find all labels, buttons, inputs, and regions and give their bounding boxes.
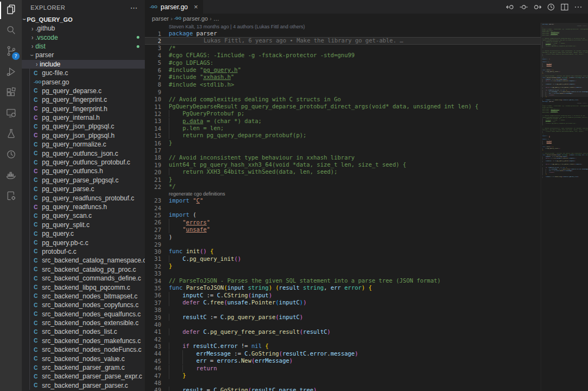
code-line-46[interactable]: 46return: [145, 365, 541, 372]
tree-item-pg-query-parse.c[interactable]: Cpg_query_parse.c: [22, 185, 145, 193]
tree-item-include[interactable]: ›include: [22, 60, 145, 69]
tree-item-src-backend-parser-gram.c[interactable]: Csrc_backend_parser_gram.c: [22, 363, 145, 372]
activity-bar-remote-explorer[interactable]: [0, 103, 22, 124]
activity-bar-testing[interactable]: [0, 124, 22, 145]
code-line-5[interactable]: 5#cgo LDFLAGS:: [145, 59, 541, 66]
activity-bar-extensions[interactable]: [0, 83, 22, 103]
code-line-40[interactable]: 40: [145, 321, 541, 328]
code-line-13[interactable]: 13p.data = (char *) data;: [145, 118, 541, 125]
code-line-43[interactable]: 43if resultC.error != nil {: [145, 343, 541, 350]
code-line-14[interactable]: 14p.len = len;: [145, 125, 541, 132]
codelens-action[interactable]: regenerate cgo definitions: [145, 191, 541, 197]
tree-item-pg-query.c[interactable]: Cpg_query.c: [22, 229, 145, 238]
code-line-1[interactable]: 1package parser: [145, 30, 541, 37]
tree-item-pg-query-outfuncs-protobuf.c[interactable]: Cpg_query_outfuncs_protobuf.c: [22, 158, 145, 167]
tree-item-src-backend-commands-define.c[interactable]: Csrc_backend_commands_define.c: [22, 274, 145, 283]
code-line-32[interactable]: 32}: [145, 262, 541, 270]
code-line-39[interactable]: 39resultC := C.pg_query_parse(inputC): [145, 314, 541, 321]
tree-item-src-backend-nodes-copyfuncs.c[interactable]: Csrc_backend_nodes_copyfuncs.c: [22, 301, 145, 309]
tree-item-.github[interactable]: ›.github: [22, 24, 145, 33]
tree-item-src-backend-nodes-extensible.c[interactable]: Csrc_backend_nodes_extensible.c: [22, 319, 145, 327]
code-line-27[interactable]: 27"unsafe": [145, 226, 541, 233]
tree-item-pg-query-deparse.c[interactable]: Cpg_query_deparse.c: [22, 87, 145, 95]
tree-item-pg-query-outfuncs-json.c[interactable]: Cpg_query_outfuncs_json.c: [22, 149, 145, 157]
tree-item-pg-query-readfuncs-protobuf.c[interactable]: Cpg_query_readfuncs_protobuf.c: [22, 193, 145, 202]
code-line-15[interactable]: 15return pg_query_deparse_protobuf(p);: [145, 132, 541, 139]
code-line-4[interactable]: 4#cgo CFLAGS: -Iinclude -g -fstack-prote…: [145, 52, 541, 59]
code-line-2[interactable]: 2Lukas Fittl, 6 years ago • Make the lib…: [145, 37, 541, 44]
tree-item-src-backend-nodes-bitmapset.c[interactable]: Csrc_backend_nodes_bitmapset.c: [22, 292, 145, 301]
activity-bar-run-and-debug[interactable]: [0, 62, 22, 83]
tree-item-src-backend-nodes-equalfuncs.c[interactable]: Csrc_backend_nodes_equalfuncs.c: [22, 310, 145, 319]
code-line-26[interactable]: 26"errors": [145, 219, 541, 226]
code-line-47[interactable]: 47}: [145, 372, 541, 379]
more-actions-icon[interactable]: [574, 3, 583, 11]
code-line-11[interactable]: 11PgQueryDeparseResult pg_query_deparse_…: [145, 103, 541, 110]
breadcrumb-item-parser[interactable]: parser: [152, 15, 169, 22]
code-line-36[interactable]: 36inputC := C.CString(input): [145, 292, 541, 299]
tree-item-dist[interactable]: ›dist: [22, 42, 145, 51]
tree-item-pg-query-outfuncs.h[interactable]: Cpg_query_outfuncs.h: [22, 167, 145, 175]
tree-item-pg-query-fingerprint.h[interactable]: Cpg_query_fingerprint.h: [22, 105, 145, 113]
code-line-33[interactable]: 33: [145, 270, 541, 277]
breadcrumb-item-parser.go[interactable]: -GOparser.go: [174, 15, 208, 22]
workspace-root-item[interactable]: › PG_QUERY_GO: [22, 15, 145, 24]
code-line-48[interactable]: 48: [145, 379, 541, 386]
code-line-3[interactable]: 3/*: [145, 45, 541, 52]
activity-bar-source-control[interactable]: 7: [0, 41, 22, 62]
tree-item-pg-query-parse-plpgsql.c[interactable]: Cpg_query_parse_plpgsql.c: [22, 176, 145, 185]
tree-item-src-backend-nodes-list.c[interactable]: Csrc_backend_nodes_list.c: [22, 327, 145, 336]
code-line-16[interactable]: 16}: [145, 139, 541, 146]
code-line-22[interactable]: 22*/: [145, 183, 541, 190]
code-line-42[interactable]: 42: [145, 335, 541, 343]
code-line-28[interactable]: 28): [145, 234, 541, 241]
code-line-9[interactable]: 9: [145, 88, 541, 95]
activity-bar-docker[interactable]: [0, 166, 22, 186]
code-line-30[interactable]: 30func init() {: [145, 248, 541, 255]
code-line-7[interactable]: 7#include "xxhash.h": [145, 74, 541, 81]
code-line-23[interactable]: 23import "C": [145, 197, 541, 204]
tree-item-src-backend-parser-parse-expr.c[interactable]: Csrc_backend_parser_parse_expr.c: [22, 372, 145, 381]
code-line-21[interactable]: 21}: [145, 176, 541, 183]
activity-bar-search[interactable]: [0, 21, 22, 41]
code-line-8[interactable]: 8#include <stdlib.h>: [145, 81, 541, 88]
minimap[interactable]: package parserLukas Fittl, 6 years ago •…: [541, 23, 588, 391]
code-line-18[interactable]: 18// Avoid inconsistent type behaviour i…: [145, 154, 541, 161]
code-line-44[interactable]: 44errMessage := C.GoString(resultC.error…: [145, 350, 541, 357]
tree-item-src-backend-parser-parser.c[interactable]: Csrc_backend_parser_parser.c: [22, 381, 145, 390]
tree-item-protobuf-c.c[interactable]: Cprotobuf-c.c: [22, 247, 145, 256]
split-editor-icon[interactable]: [560, 3, 569, 11]
code-line-34[interactable]: 34// ParseToJSON - Parses the given SQL …: [145, 277, 541, 284]
code-line-25[interactable]: 25import (: [145, 211, 541, 218]
tree-item-pg-query-normalize.c[interactable]: Cpg_query_normalize.c: [22, 140, 145, 149]
tree-item-src-backend-libpq-pqcomm.c[interactable]: Csrc_backend_libpq_pqcomm.c: [22, 283, 145, 291]
tree-item-pg-query-fingerprint.c[interactable]: Cpg_query_fingerprint.c: [22, 95, 145, 104]
code-line-31[interactable]: 31C.pg_query_init(): [145, 255, 541, 262]
code-editor[interactable]: Steven Kalt, 13 months ago | 4 authors (…: [145, 23, 541, 391]
tree-item-parser[interactable]: ›parser: [22, 51, 145, 59]
code-line-49[interactable]: 49result = C.GoString(resultC.parse_tree…: [145, 387, 541, 391]
tree-item-pg-query-json-plpgsql.c[interactable]: Cpg_query_json_plpgsql.c: [22, 122, 145, 131]
tree-item-.vscode[interactable]: ›.vscode: [22, 33, 145, 41]
activity-bar-explorer[interactable]: [0, 0, 22, 21]
code-line-38[interactable]: 38: [145, 306, 541, 313]
code-line-6[interactable]: 6#include "pg_query.h": [145, 66, 541, 74]
file-history-icon[interactable]: [547, 3, 555, 11]
tree-item-src-backend-nodes-nodeFuncs.c[interactable]: Csrc_backend_nodes_nodeFuncs.c: [22, 345, 145, 354]
activity-bar-project-manager[interactable]: [0, 186, 22, 207]
code-line-19[interactable]: 19uint64_t pg_query_hash_xxh3_64(void *d…: [145, 161, 541, 168]
tree-item-pg-query.pb-c.c[interactable]: Cpg_query.pb-c.c: [22, 238, 145, 247]
minimap-viewport[interactable]: [541, 23, 588, 97]
code-line-10[interactable]: 10// Avoid complexities dealing with C s…: [145, 96, 541, 103]
open-changes-icon[interactable]: [519, 3, 528, 11]
code-line-24[interactable]: 24: [145, 204, 541, 211]
tree-item-src-backend-catalog-namespace.c[interactable]: Csrc_backend_catalog_namespace.c: [22, 256, 145, 265]
code-line-20[interactable]: 20return XXH3_64bits_withSeed(data, len,…: [145, 168, 541, 175]
explorer-more-actions-icon[interactable]: ⋯: [130, 3, 138, 12]
tree-item-src-backend-nodes-makefuncs.c[interactable]: Csrc_backend_nodes_makefuncs.c: [22, 337, 145, 345]
open-previous-change-icon[interactable]: [506, 3, 514, 11]
tree-item-parser.go[interactable]: -GOparser.go: [22, 77, 145, 86]
tree-item-guc-file.c[interactable]: Cguc-file.c: [22, 69, 145, 77]
activity-bar-gitlens[interactable]: [0, 145, 22, 166]
tree-item-pg-query-internal.h[interactable]: Cpg_query_internal.h: [22, 113, 145, 122]
